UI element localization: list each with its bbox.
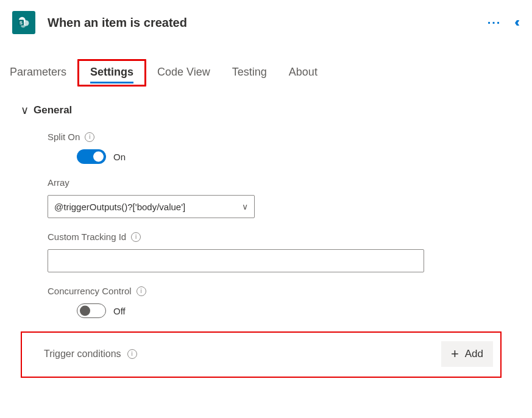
section-general-label: General — [34, 104, 72, 116]
concurrency-toggle[interactable] — [77, 303, 106, 318]
split-on-label-row: Split On i — [48, 132, 520, 142]
toggle-knob — [93, 152, 104, 162]
concurrency-label-row: Concurrency Control i — [48, 286, 520, 296]
trigger-conditions-label-row: Trigger conditions i — [28, 349, 137, 360]
tab-settings-highlight: Settings — [77, 59, 146, 87]
split-on-block: Split On i On — [21, 132, 520, 164]
header-actions: ··· ‹‹ — [488, 15, 520, 30]
info-icon[interactable]: i — [127, 349, 137, 359]
chevron-down-icon: ∨ — [242, 202, 248, 211]
tab-code-view[interactable]: Code View — [157, 62, 210, 87]
section-general-header[interactable]: ∨ General — [21, 104, 520, 117]
split-on-label: Split On — [48, 132, 80, 142]
add-trigger-condition-button[interactable]: + Add — [441, 341, 493, 367]
concurrency-toggle-row: Off — [48, 303, 520, 318]
custom-tracking-label-row: Custom Tracking Id i — [48, 232, 520, 242]
concurrency-block: Concurrency Control i Off — [21, 286, 520, 318]
custom-tracking-block: Custom Tracking Id i — [21, 232, 520, 272]
sharepoint-glyph-icon: S — [17, 16, 30, 29]
tab-settings[interactable]: Settings — [90, 62, 133, 85]
concurrency-state: Off — [113, 306, 126, 316]
split-on-state: On — [113, 152, 126, 162]
settings-content: ∨ General Split On i On Array @triggerOu… — [0, 87, 532, 378]
array-dropdown[interactable]: @triggerOutputs()?['body/value'] ∨ — [48, 195, 255, 218]
plus-icon: + — [451, 347, 459, 361]
custom-tracking-input[interactable] — [48, 249, 424, 272]
array-value: @triggerOutputs()?['body/value'] — [54, 202, 185, 212]
trigger-conditions-block: Trigger conditions i + Add — [21, 331, 502, 378]
tab-testing[interactable]: Testing — [232, 62, 267, 87]
settings-tabs: Parameters Settings Code View Testing Ab… — [0, 41, 532, 87]
split-on-toggle[interactable] — [77, 149, 106, 164]
sharepoint-icon: S — [12, 11, 35, 34]
split-on-toggle-row: On — [48, 149, 520, 164]
array-block: Array @triggerOutputs()?['body/value'] ∨ — [21, 177, 520, 218]
info-icon[interactable]: i — [137, 286, 146, 296]
add-label: Add — [465, 348, 483, 360]
info-icon[interactable]: i — [85, 132, 94, 142]
concurrency-label: Concurrency Control — [48, 286, 132, 296]
header-title: When an item is created — [48, 16, 488, 30]
custom-tracking-label: Custom Tracking Id — [48, 232, 126, 242]
tab-parameters[interactable]: Parameters — [10, 62, 66, 87]
array-label: Array — [48, 177, 69, 188]
toggle-knob — [80, 306, 90, 316]
svg-text:S: S — [20, 20, 23, 26]
tab-about[interactable]: About — [289, 62, 317, 87]
info-icon[interactable]: i — [131, 232, 141, 242]
chevron-down-icon: ∨ — [21, 104, 29, 117]
panel-header: S When an item is created ··· ‹‹ — [0, 0, 532, 41]
more-options-icon[interactable]: ··· — [488, 16, 502, 30]
trigger-conditions-label: Trigger conditions — [44, 349, 121, 360]
collapse-panel-icon[interactable]: ‹‹ — [514, 15, 516, 30]
array-label-row: Array — [48, 177, 520, 188]
